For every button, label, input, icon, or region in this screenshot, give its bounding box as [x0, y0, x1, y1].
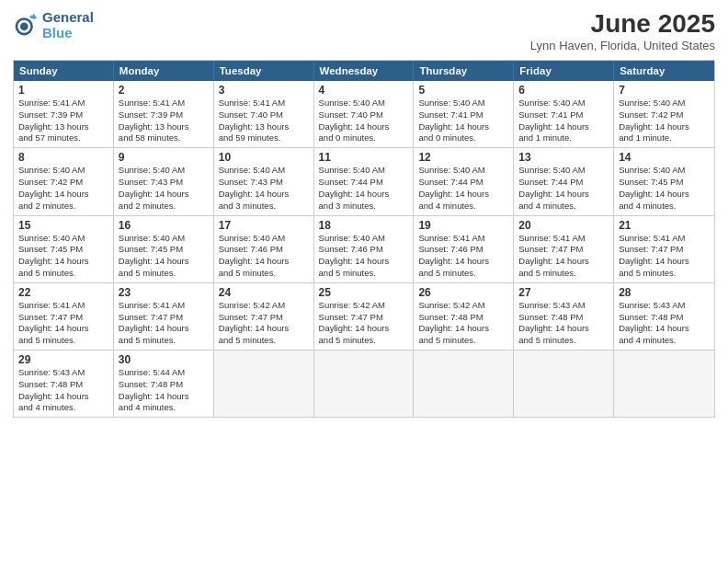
day-info: Sunrise: 5:40 AMSunset: 7:43 PMDaylight:…: [119, 165, 209, 212]
day-info: Sunrise: 5:40 AMSunset: 7:41 PMDaylight:…: [518, 98, 609, 144]
weekday-wednesday: Wednesday: [314, 61, 415, 81]
calendar-cell: 10Sunrise: 5:40 AMSunset: 7:43 PMDayligh…: [214, 148, 314, 214]
day-info: Sunrise: 5:41 AMSunset: 7:40 PMDaylight:…: [219, 98, 309, 144]
calendar-cell: 16Sunrise: 5:40 AMSunset: 7:45 PMDayligh…: [114, 216, 214, 282]
day-info: Sunrise: 5:43 AMSunset: 7:48 PMDaylight:…: [518, 300, 609, 347]
calendar-cell: 18Sunrise: 5:40 AMSunset: 7:46 PMDayligh…: [314, 216, 415, 282]
calendar-cell: 13Sunrise: 5:40 AMSunset: 7:44 PMDayligh…: [514, 148, 614, 214]
weekday-tuesday: Tuesday: [214, 61, 314, 81]
calendar-cell: [414, 350, 514, 417]
day-number: 21: [619, 219, 710, 232]
day-number: 27: [518, 286, 609, 299]
calendar-cell: 11Sunrise: 5:40 AMSunset: 7:44 PMDayligh…: [314, 148, 415, 214]
calendar-header: Sunday Monday Tuesday Wednesday Thursday…: [14, 61, 714, 81]
calendar-title: June 2025: [530, 9, 715, 39]
calendar-cell: 9Sunrise: 5:40 AMSunset: 7:43 PMDaylight…: [114, 148, 214, 214]
calendar-cell: 14Sunrise: 5:40 AMSunset: 7:45 PMDayligh…: [614, 148, 714, 214]
day-number: 6: [518, 84, 609, 97]
calendar-cell: [614, 350, 714, 417]
calendar-week-1: 1Sunrise: 5:41 AMSunset: 7:39 PMDaylight…: [14, 81, 714, 148]
calendar-cell: 4Sunrise: 5:40 AMSunset: 7:40 PMDaylight…: [314, 81, 415, 147]
day-number: 24: [219, 286, 309, 299]
calendar-week-2: 8Sunrise: 5:40 AMSunset: 7:42 PMDaylight…: [14, 148, 714, 215]
calendar-cell: 29Sunrise: 5:43 AMSunset: 7:48 PMDayligh…: [14, 350, 114, 417]
calendar-cell: 21Sunrise: 5:41 AMSunset: 7:47 PMDayligh…: [614, 216, 714, 282]
calendar-cell: [514, 350, 614, 417]
weekday-sunday: Sunday: [14, 61, 114, 81]
day-number: 16: [119, 219, 209, 232]
day-number: 9: [119, 151, 209, 164]
calendar-cell: 24Sunrise: 5:42 AMSunset: 7:47 PMDayligh…: [214, 283, 314, 350]
calendar-cell: 3Sunrise: 5:41 AMSunset: 7:40 PMDaylight…: [214, 81, 314, 147]
day-number: 13: [518, 151, 609, 164]
calendar-subtitle: Lynn Haven, Florida, United States: [530, 39, 715, 52]
day-info: Sunrise: 5:40 AMSunset: 7:45 PMDaylight:…: [619, 165, 710, 212]
logo-line2: Blue: [42, 25, 94, 40]
day-info: Sunrise: 5:40 AMSunset: 7:44 PMDaylight:…: [418, 165, 508, 212]
day-info: Sunrise: 5:41 AMSunset: 7:39 PMDaylight:…: [18, 98, 108, 144]
svg-point-2: [20, 23, 28, 31]
logo: General Blue: [13, 9, 94, 41]
day-info: Sunrise: 5:42 AMSunset: 7:47 PMDaylight:…: [319, 300, 409, 347]
calendar-cell: 17Sunrise: 5:40 AMSunset: 7:46 PMDayligh…: [214, 216, 314, 282]
day-info: Sunrise: 5:40 AMSunset: 7:45 PMDaylight:…: [18, 233, 108, 280]
day-info: Sunrise: 5:40 AMSunset: 7:41 PMDaylight:…: [418, 98, 508, 144]
calendar-cell: 26Sunrise: 5:42 AMSunset: 7:48 PMDayligh…: [414, 283, 514, 350]
day-number: 8: [18, 151, 108, 164]
day-number: 12: [418, 151, 508, 164]
day-info: Sunrise: 5:41 AMSunset: 7:47 PMDaylight:…: [119, 300, 209, 347]
calendar-body: 1Sunrise: 5:41 AMSunset: 7:39 PMDaylight…: [14, 81, 714, 417]
calendar-cell: 8Sunrise: 5:40 AMSunset: 7:42 PMDaylight…: [14, 148, 114, 214]
day-info: Sunrise: 5:40 AMSunset: 7:42 PMDaylight:…: [18, 165, 108, 212]
calendar-cell: 23Sunrise: 5:41 AMSunset: 7:47 PMDayligh…: [114, 283, 214, 350]
calendar-week-4: 22Sunrise: 5:41 AMSunset: 7:47 PMDayligh…: [14, 283, 714, 350]
day-number: 1: [18, 84, 108, 97]
weekday-saturday: Saturday: [614, 61, 714, 81]
day-number: 7: [619, 84, 710, 97]
day-info: Sunrise: 5:41 AMSunset: 7:39 PMDaylight:…: [119, 98, 209, 144]
weekday-monday: Monday: [114, 61, 214, 81]
calendar-cell: 20Sunrise: 5:41 AMSunset: 7:47 PMDayligh…: [514, 216, 614, 282]
day-number: 20: [518, 219, 609, 232]
day-info: Sunrise: 5:40 AMSunset: 7:42 PMDaylight:…: [619, 98, 710, 144]
day-info: Sunrise: 5:41 AMSunset: 7:46 PMDaylight:…: [418, 233, 508, 280]
day-number: 23: [119, 286, 209, 299]
calendar-cell: 15Sunrise: 5:40 AMSunset: 7:45 PMDayligh…: [14, 216, 114, 282]
day-number: 10: [219, 151, 309, 164]
day-info: Sunrise: 5:40 AMSunset: 7:46 PMDaylight:…: [219, 233, 309, 280]
day-info: Sunrise: 5:40 AMSunset: 7:40 PMDaylight:…: [319, 98, 409, 144]
day-info: Sunrise: 5:40 AMSunset: 7:43 PMDaylight:…: [219, 165, 309, 212]
calendar-week-3: 15Sunrise: 5:40 AMSunset: 7:45 PMDayligh…: [14, 216, 714, 283]
day-number: 25: [319, 286, 409, 299]
day-info: Sunrise: 5:40 AMSunset: 7:46 PMDaylight:…: [319, 233, 409, 280]
calendar-cell: 7Sunrise: 5:40 AMSunset: 7:42 PMDaylight…: [614, 81, 714, 147]
day-info: Sunrise: 5:42 AMSunset: 7:48 PMDaylight:…: [418, 300, 508, 347]
day-info: Sunrise: 5:40 AMSunset: 7:44 PMDaylight:…: [319, 165, 409, 212]
day-number: 29: [18, 353, 108, 366]
calendar-cell: 22Sunrise: 5:41 AMSunset: 7:47 PMDayligh…: [14, 283, 114, 350]
calendar-cell: 27Sunrise: 5:43 AMSunset: 7:48 PMDayligh…: [514, 283, 614, 350]
day-number: 5: [418, 84, 508, 97]
day-number: 22: [18, 286, 108, 299]
day-info: Sunrise: 5:40 AMSunset: 7:45 PMDaylight:…: [119, 233, 209, 280]
day-number: 14: [619, 151, 710, 164]
day-number: 18: [319, 219, 409, 232]
calendar-cell: [314, 350, 415, 417]
day-number: 4: [319, 84, 409, 97]
calendar-cell: 5Sunrise: 5:40 AMSunset: 7:41 PMDaylight…: [414, 81, 514, 147]
day-number: 28: [619, 286, 710, 299]
day-info: Sunrise: 5:43 AMSunset: 7:48 PMDaylight:…: [619, 300, 710, 347]
day-info: Sunrise: 5:41 AMSunset: 7:47 PMDaylight:…: [619, 233, 710, 280]
day-number: 17: [219, 219, 309, 232]
day-info: Sunrise: 5:41 AMSunset: 7:47 PMDaylight:…: [518, 233, 609, 280]
weekday-friday: Friday: [514, 61, 614, 81]
calendar-cell: [214, 350, 314, 417]
day-number: 2: [119, 84, 209, 97]
calendar-cell: 12Sunrise: 5:40 AMSunset: 7:44 PMDayligh…: [414, 148, 514, 214]
day-number: 3: [219, 84, 309, 97]
calendar-cell: 19Sunrise: 5:41 AMSunset: 7:46 PMDayligh…: [414, 216, 514, 282]
calendar-cell: 25Sunrise: 5:42 AMSunset: 7:47 PMDayligh…: [314, 283, 415, 350]
day-number: 15: [18, 219, 108, 232]
day-number: 26: [418, 286, 508, 299]
weekday-thursday: Thursday: [414, 61, 514, 81]
